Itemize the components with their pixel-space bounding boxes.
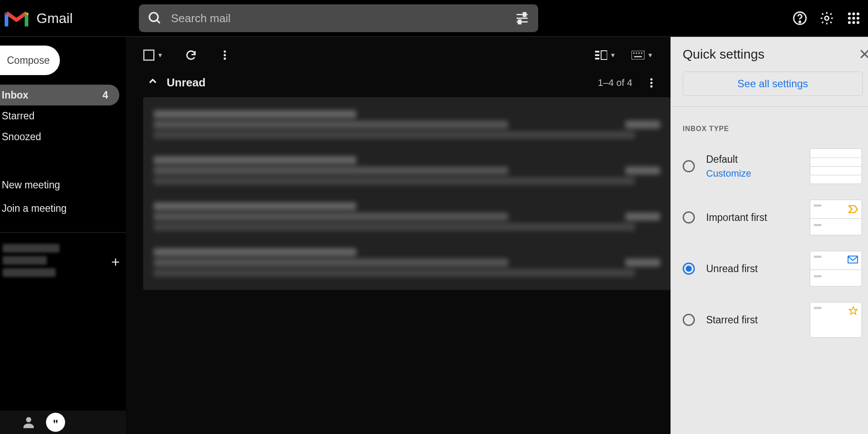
quick-settings-panel: Quick settings ✕ See all settings INBOX … bbox=[671, 37, 868, 434]
caret-down-icon: ▼ bbox=[157, 52, 163, 59]
chevron-up-icon[interactable] bbox=[147, 75, 159, 90]
thumbnail-starred-icon bbox=[810, 302, 862, 338]
search-bar[interactable] bbox=[139, 4, 538, 32]
mail-row[interactable] bbox=[143, 194, 671, 240]
compose-button[interactable]: Compose bbox=[0, 46, 60, 75]
inbox-count: 4 bbox=[102, 89, 108, 101]
search-input[interactable] bbox=[171, 12, 506, 25]
logo-block: Gmail bbox=[4, 9, 139, 27]
svg-point-18 bbox=[848, 21, 851, 24]
header-icon-bar bbox=[792, 11, 861, 26]
important-marker-icon bbox=[848, 205, 858, 215]
svg-point-37 bbox=[650, 85, 652, 87]
sidebar-item-inbox[interactable]: Inbox 4 bbox=[0, 85, 119, 105]
svg-point-36 bbox=[650, 82, 652, 84]
inbox-option-unread[interactable]: Unread first bbox=[683, 243, 868, 294]
mail-row[interactable] bbox=[143, 102, 671, 148]
sidebar-item-label: Inbox bbox=[2, 89, 28, 101]
sidebar-item-starred[interactable]: Starred bbox=[0, 105, 126, 126]
select-all-checkbox[interactable]: ▼ bbox=[143, 49, 163, 61]
option-label: Unread first bbox=[706, 263, 758, 275]
svg-rect-26 bbox=[595, 54, 599, 56]
sidebar-item-snoozed[interactable]: Snoozed bbox=[0, 126, 126, 147]
radio-icon bbox=[683, 263, 695, 275]
sidebar-item-new-meeting[interactable]: New meeting bbox=[0, 173, 126, 197]
mail-toolbar: ▼ ▼ bbox=[143, 42, 671, 68]
more-icon[interactable] bbox=[219, 49, 231, 61]
see-all-settings-button[interactable]: See all settings bbox=[683, 72, 863, 96]
hangouts-icon[interactable] bbox=[46, 413, 65, 432]
svg-rect-8 bbox=[519, 20, 521, 24]
blurred-placeholder bbox=[3, 268, 56, 277]
option-label: Default bbox=[706, 154, 751, 165]
svg-point-35 bbox=[650, 78, 652, 80]
svg-point-19 bbox=[852, 21, 855, 24]
radio-icon bbox=[683, 314, 695, 326]
product-name: Gmail bbox=[36, 10, 73, 26]
section-more-icon[interactable] bbox=[645, 77, 658, 89]
sidebar: Compose Inbox 4 Starred Snoozed New meet… bbox=[0, 37, 126, 434]
gmail-logo-icon bbox=[4, 9, 29, 27]
quick-settings-title-row: Quick settings ✕ bbox=[683, 46, 868, 63]
svg-point-17 bbox=[857, 17, 860, 20]
split-pane-toggle[interactable]: ▼ bbox=[595, 50, 616, 60]
svg-point-24 bbox=[224, 58, 226, 60]
svg-point-16 bbox=[852, 17, 855, 20]
quick-settings-title: Quick settings bbox=[683, 47, 764, 62]
svg-rect-34 bbox=[634, 56, 642, 57]
svg-rect-29 bbox=[631, 51, 644, 59]
person-icon[interactable] bbox=[21, 414, 36, 430]
compose-label: Compose bbox=[7, 55, 49, 66]
thumbnail-default-icon bbox=[810, 148, 862, 184]
svg-rect-33 bbox=[641, 53, 642, 54]
section-title: Unread bbox=[167, 76, 206, 89]
svg-marker-40 bbox=[849, 307, 857, 314]
svg-point-21 bbox=[26, 417, 31, 422]
svg-rect-32 bbox=[638, 53, 640, 54]
inbox-option-starred[interactable]: Starred first bbox=[683, 294, 868, 345]
add-chat-button[interactable]: + bbox=[111, 253, 120, 270]
svg-point-12 bbox=[848, 13, 851, 16]
sidebar-item-join-meeting[interactable]: Join a meeting bbox=[0, 197, 126, 220]
svg-point-11 bbox=[825, 16, 829, 20]
section-header-unread: Unread 1–4 of 4 bbox=[143, 68, 671, 97]
close-icon[interactable]: ✕ bbox=[858, 46, 868, 63]
apps-grid-icon[interactable] bbox=[846, 11, 861, 26]
sidebar-item-label: Join a meeting bbox=[2, 203, 67, 214]
input-tools-toggle[interactable]: ▼ bbox=[631, 51, 653, 59]
hangouts-block: + bbox=[0, 232, 126, 277]
customize-link[interactable]: Customize bbox=[706, 168, 751, 179]
svg-point-15 bbox=[848, 17, 851, 20]
meet-block: New meeting Join a meeting bbox=[0, 173, 126, 220]
blurred-placeholder bbox=[3, 256, 47, 265]
inbox-type-label: INBOX TYPE bbox=[683, 125, 868, 133]
blurred-placeholder bbox=[3, 244, 59, 253]
divider bbox=[671, 106, 868, 107]
svg-point-22 bbox=[224, 50, 226, 53]
caret-down-icon: ▼ bbox=[647, 52, 653, 59]
svg-rect-31 bbox=[636, 53, 637, 54]
inbox-option-important[interactable]: Important first bbox=[683, 192, 868, 243]
svg-point-14 bbox=[857, 13, 860, 16]
radio-icon bbox=[683, 160, 695, 172]
mail-list bbox=[143, 97, 671, 290]
nav-list: Inbox 4 Starred Snoozed bbox=[0, 85, 126, 147]
mail-icon bbox=[848, 256, 858, 265]
refresh-icon[interactable] bbox=[185, 49, 197, 61]
mail-pane: ▼ ▼ bbox=[126, 37, 671, 434]
search-icon[interactable] bbox=[148, 11, 162, 26]
svg-rect-7 bbox=[523, 13, 526, 16]
mail-row[interactable] bbox=[143, 240, 671, 286]
help-icon[interactable] bbox=[792, 11, 807, 26]
mail-row[interactable] bbox=[143, 148, 671, 194]
see-all-label: See all settings bbox=[737, 78, 808, 90]
option-label: Starred first bbox=[706, 314, 758, 326]
gear-icon[interactable] bbox=[819, 11, 834, 26]
section-count: 1–4 of 4 bbox=[598, 77, 632, 89]
svg-marker-38 bbox=[849, 206, 858, 213]
radio-icon bbox=[683, 211, 695, 224]
search-options-icon[interactable] bbox=[515, 11, 529, 26]
svg-rect-27 bbox=[595, 58, 599, 59]
inbox-option-default[interactable]: Default Customize bbox=[683, 141, 868, 192]
option-label: Important first bbox=[706, 212, 767, 224]
